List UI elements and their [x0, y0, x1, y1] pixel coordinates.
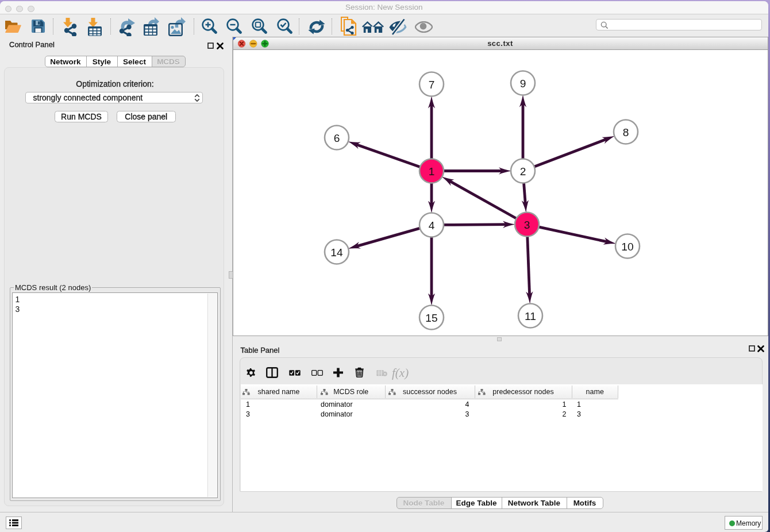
svg-text:10: 10 [621, 240, 633, 252]
svg-text:6: 6 [333, 132, 340, 144]
svg-text:7: 7 [428, 78, 434, 90]
svg-text:11: 11 [525, 310, 536, 322]
svg-text:8: 8 [622, 126, 629, 138]
svg-text:14: 14 [330, 246, 343, 258]
svg-text:15: 15 [425, 311, 437, 323]
svg-text:9: 9 [519, 77, 526, 89]
svg-text:3: 3 [523, 218, 530, 230]
svg-text:2: 2 [519, 165, 526, 177]
svg-text:1: 1 [428, 165, 434, 177]
svg-text:4: 4 [428, 219, 434, 231]
